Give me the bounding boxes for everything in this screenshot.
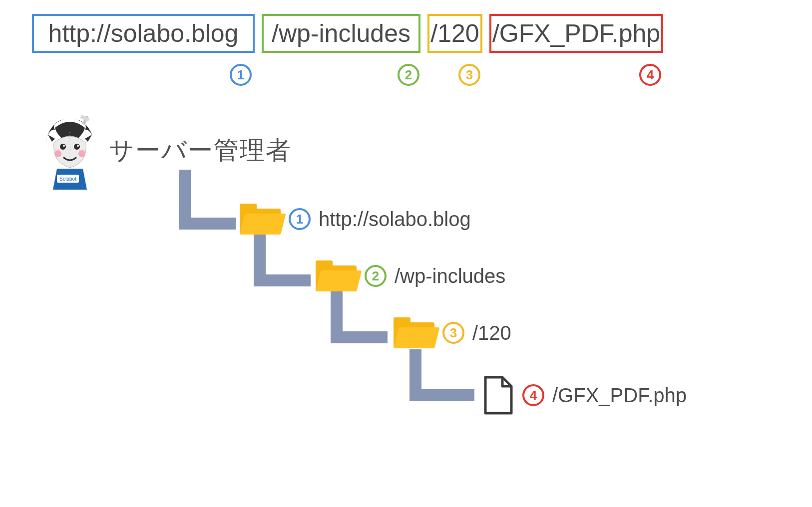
badge-1-num: 1 xyxy=(237,67,244,83)
svg-point-6 xyxy=(74,144,80,150)
svg-point-5 xyxy=(60,144,66,150)
url-segment-2: /wp-includes xyxy=(262,14,420,53)
tree-row-4: 4 /GFX_PDF.php xyxy=(482,375,687,415)
folder-icon xyxy=(316,260,357,291)
admin-title-text: サーバー管理者 xyxy=(109,136,292,164)
badge-2: 2 xyxy=(398,64,419,86)
admin-title: サーバー管理者 xyxy=(109,134,292,167)
tree-label-3: /120 xyxy=(472,322,511,344)
url-segment-4: /GFX_PDF.php xyxy=(489,14,663,53)
tree-badge-3: 3 xyxy=(442,322,464,344)
url-segment-3: /120 xyxy=(427,14,482,53)
tree-badge-1: 1 xyxy=(289,208,311,230)
file-icon xyxy=(482,375,514,415)
badge-3: 3 xyxy=(458,64,480,86)
badge-2-num: 2 xyxy=(405,67,412,83)
tree-row-1: 1 http://solabo.blog xyxy=(240,204,471,235)
folder-icon xyxy=(240,204,281,235)
badge-3-num: 3 xyxy=(466,67,473,83)
tree-label-2: /wp-includes xyxy=(395,265,505,287)
svg-point-3 xyxy=(54,150,61,157)
tree-row-2: 2 /wp-includes xyxy=(316,260,505,291)
avatar: Solabot xyxy=(40,115,100,190)
svg-point-4 xyxy=(78,150,85,157)
badge-1: 1 xyxy=(230,64,252,86)
url-segment-1-text: http://solabo.blog xyxy=(48,19,239,48)
tree-badge-3-num: 3 xyxy=(450,325,457,341)
url-segment-1: http://solabo.blog xyxy=(32,14,255,53)
svg-point-7 xyxy=(63,145,65,147)
tree-badge-4: 4 xyxy=(522,384,544,406)
tree-badge-2-num: 2 xyxy=(372,268,379,284)
url-segment-3-text: /120 xyxy=(430,19,479,48)
folder-icon xyxy=(394,317,434,348)
svg-text:Solabot: Solabot xyxy=(59,176,76,182)
svg-point-8 xyxy=(77,145,79,147)
badge-4-num: 4 xyxy=(647,67,654,83)
tree-label-4: /GFX_PDF.php xyxy=(552,384,687,407)
badge-4: 4 xyxy=(639,64,661,86)
tree-row-3: 3 /120 xyxy=(394,317,511,348)
tree-badge-4-num: 4 xyxy=(530,388,537,403)
url-segment-2-text: /wp-includes xyxy=(272,19,410,48)
avatar-icon: Solabot xyxy=(40,115,100,190)
tree-badge-1-num: 1 xyxy=(296,212,303,227)
tree-label-1: http://solabo.blog xyxy=(319,208,471,231)
tree-badge-2: 2 xyxy=(365,265,387,287)
url-segment-4-text: /GFX_PDF.php xyxy=(492,19,660,48)
